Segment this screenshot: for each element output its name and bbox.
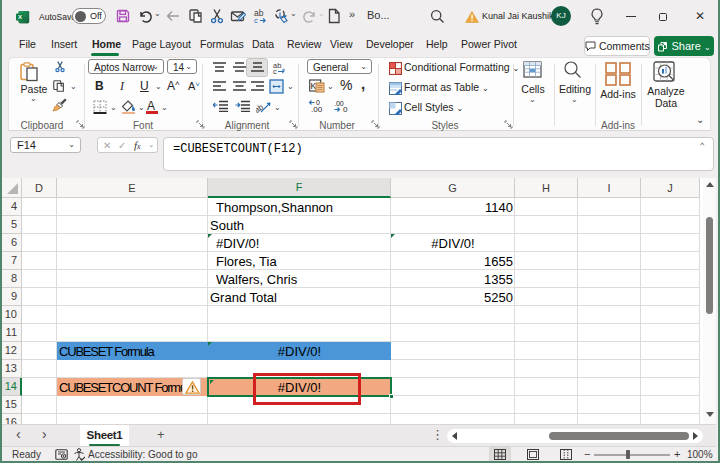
svg-text:.00: .00 (311, 105, 323, 113)
svg-text:0: 0 (343, 105, 348, 113)
svg-text:c: c (273, 67, 277, 75)
svg-text:0: 0 (316, 99, 320, 106)
